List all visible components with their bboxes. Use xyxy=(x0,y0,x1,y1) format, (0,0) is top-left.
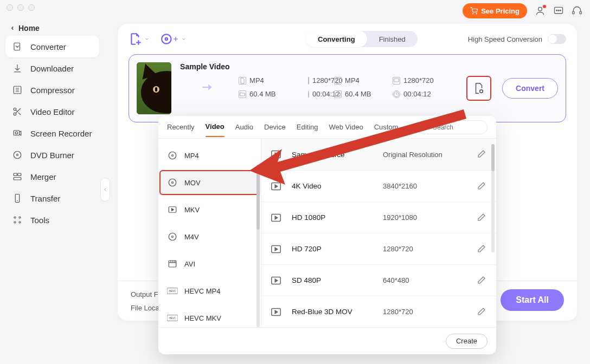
file-card[interactable]: Sample Video MP4 1280*720 MP4 1280*720 6… xyxy=(129,54,566,122)
svg-point-12 xyxy=(14,113,16,115)
format-item-mkv[interactable]: MKV xyxy=(158,196,261,223)
svg-rect-20 xyxy=(14,173,17,176)
add-file-button[interactable] xyxy=(129,32,150,46)
svg-rect-8 xyxy=(580,11,581,14)
video-thumbnail[interactable] xyxy=(137,62,171,114)
maximize-window-icon[interactable] xyxy=(28,4,35,11)
svg-line-14 xyxy=(18,113,21,115)
sidebar-item-dvd-burner[interactable]: DVD Burner xyxy=(5,144,99,166)
hsc-toggle[interactable] xyxy=(548,34,566,44)
edit-preset-button[interactable] xyxy=(477,275,488,286)
format-item-avi[interactable]: AVI xyxy=(158,250,261,277)
video-icon xyxy=(270,212,282,224)
disc-icon xyxy=(167,177,178,188)
svg-point-1 xyxy=(476,14,477,14)
tab-custom[interactable]: Custom xyxy=(374,118,399,136)
sidebar-item-merger[interactable]: Merger xyxy=(5,166,99,187)
tab-audio[interactable]: Audio xyxy=(235,118,253,136)
account-icon[interactable] xyxy=(535,5,546,16)
high-speed-conversion: High Speed Conversion xyxy=(468,34,566,44)
feedback-icon[interactable] xyxy=(553,5,564,16)
status-segment: Converting Finished xyxy=(306,31,418,47)
resolution-item-source[interactable]: Same as source Original Resolution xyxy=(261,139,496,170)
dst-resolution: 1280*720 xyxy=(393,76,458,84)
support-icon[interactable] xyxy=(572,5,582,16)
video-icon xyxy=(270,148,282,160)
svg-point-30 xyxy=(165,38,168,40)
resolution-scrollbar[interactable] xyxy=(491,144,495,252)
hevc-icon: HEVC xyxy=(167,313,178,323)
format-item-hevc-mkv[interactable]: HEVCHEVC MKV xyxy=(158,304,261,327)
toolbar: Converting Finished High Speed Conversio… xyxy=(118,24,577,54)
format-search[interactable] xyxy=(417,120,488,134)
minimize-window-icon[interactable] xyxy=(17,4,24,11)
tab-finished[interactable]: Finished xyxy=(367,31,418,47)
output-settings-button[interactable] xyxy=(466,76,491,101)
convert-button[interactable]: Convert xyxy=(502,78,558,99)
monitor-icon xyxy=(308,77,309,84)
scissors-icon xyxy=(12,106,23,117)
format-item-mov[interactable]: MOV xyxy=(158,169,261,196)
tab-converting[interactable]: Converting xyxy=(306,31,367,47)
file-icon xyxy=(239,77,246,84)
svg-point-35 xyxy=(480,90,483,93)
resolution-item-3d[interactable]: Red-Blue 3D MOV 1280*720 xyxy=(261,296,496,327)
svg-point-28 xyxy=(19,222,21,223)
edit-preset-button[interactable] xyxy=(477,181,488,192)
tab-video[interactable]: Video xyxy=(206,117,225,137)
tab-recently[interactable]: Recently xyxy=(167,118,195,136)
resolution-item-720p[interactable]: HD 720P 1280*720 xyxy=(261,233,496,264)
resolution-item-4k[interactable]: 4K Video 3840*2160 xyxy=(261,170,496,202)
sidebar-item-compressor[interactable]: Compressor xyxy=(5,79,99,101)
sidebar-item-label: Screen Recorder xyxy=(30,129,92,138)
src-resolution: 1280*720 xyxy=(308,76,330,84)
sidebar-item-tools[interactable]: Tools xyxy=(5,209,99,231)
compressor-icon xyxy=(12,84,23,95)
format-list: MP4 MOV MKV M4V AVI HEVCHEVC MP4 HEVCHEV… xyxy=(158,139,261,327)
sidebar-item-converter[interactable]: Converter xyxy=(5,36,99,57)
format-item-mp4[interactable]: MP4 xyxy=(158,142,261,169)
format-category-tabs: Recently Video Audio Device Editing Web … xyxy=(158,116,496,139)
sidebar-item-label: Transfer xyxy=(30,194,60,203)
format-item-m4v[interactable]: M4V xyxy=(158,223,261,250)
tab-webvideo[interactable]: Web Video xyxy=(329,118,363,136)
screen-recorder-icon xyxy=(12,128,23,139)
svg-marker-58 xyxy=(275,185,278,188)
svg-point-39 xyxy=(172,155,174,157)
edit-preset-button[interactable] xyxy=(477,307,488,317)
sidebar-item-label: Compressor xyxy=(30,86,75,95)
svg-point-5 xyxy=(558,10,559,11)
tools-icon xyxy=(12,214,23,225)
src-format: MP4 xyxy=(239,76,304,84)
start-all-button[interactable]: Start All xyxy=(501,289,564,311)
file-title: Sample Video xyxy=(180,62,458,71)
svg-point-25 xyxy=(14,217,16,218)
sidebar-item-transfer[interactable]: Transfer xyxy=(5,187,99,209)
sidebar-item-video-editor[interactable]: Video Editor xyxy=(5,101,99,122)
sidebar-item-downloader[interactable]: Downloader xyxy=(5,57,99,79)
folder-icon xyxy=(334,90,342,98)
create-preset-button[interactable]: Create xyxy=(446,334,488,349)
search-icon xyxy=(423,123,429,131)
svg-point-17 xyxy=(15,132,18,134)
svg-point-2 xyxy=(538,7,542,11)
home-link[interactable]: Home xyxy=(5,21,99,36)
tab-editing[interactable]: Editing xyxy=(297,118,318,136)
format-search-input[interactable] xyxy=(433,123,482,131)
resolution-item-1080p[interactable]: HD 1080P 1920*1080 xyxy=(261,202,496,233)
resolution-item-480p[interactable]: SD 480P 640*480 xyxy=(261,264,496,296)
close-window-icon[interactable] xyxy=(7,4,13,11)
popup-footer: Create xyxy=(158,327,496,354)
tab-device[interactable]: Device xyxy=(264,118,286,136)
add-disc-button[interactable] xyxy=(161,32,187,46)
edit-preset-button[interactable] xyxy=(477,149,488,160)
downloader-icon xyxy=(12,63,23,74)
resolution-list: Same as source Original Resolution 4K Vi… xyxy=(261,139,496,327)
edit-preset-button[interactable] xyxy=(477,244,488,255)
cart-icon xyxy=(470,7,478,15)
sidebar: Home Converter Downloader Compressor Vid… xyxy=(0,15,105,364)
format-item-hevc-mp4[interactable]: HEVCHEVC MP4 xyxy=(158,277,261,304)
sidebar-item-screen-recorder[interactable]: Screen Recorder xyxy=(5,122,99,144)
edit-preset-button[interactable] xyxy=(477,212,488,223)
svg-point-38 xyxy=(169,152,176,159)
